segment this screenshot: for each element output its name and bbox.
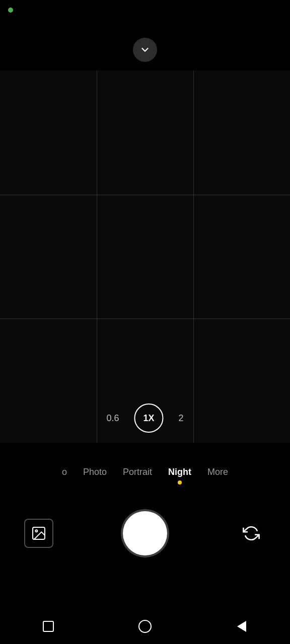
shutter-button[interactable]: [123, 511, 167, 555]
flip-camera-icon: [243, 525, 260, 542]
recents-icon: [43, 621, 54, 632]
gallery-icon: [31, 525, 47, 541]
zoom-0.6-button[interactable]: 0.6: [103, 410, 122, 427]
flip-camera-button[interactable]: [237, 519, 266, 548]
chevron-down-icon: [139, 44, 151, 55]
home-icon: [138, 620, 152, 633]
camera-viewfinder: 0.6 1X 2: [0, 70, 290, 443]
status-bar: [0, 0, 290, 20]
collapse-button[interactable]: [133, 38, 157, 62]
zoom-controls: 0.6 1X 2: [103, 404, 186, 433]
grid-line-horizontal-1: [0, 195, 290, 195]
mode-photo[interactable]: Photo: [83, 467, 107, 479]
recents-button[interactable]: [37, 615, 59, 637]
navigation-bar: [0, 609, 290, 644]
grid-line-vertical-1: [97, 70, 97, 443]
back-button[interactable]: [231, 615, 253, 637]
active-mode-indicator: [178, 480, 182, 485]
zoom-1x-button[interactable]: 1X: [134, 404, 164, 433]
mode-more[interactable]: More: [207, 467, 228, 479]
green-dot-indicator: [8, 8, 13, 13]
grid-line-horizontal-2: [0, 318, 290, 319]
mode-night[interactable]: Night: [168, 467, 191, 479]
grid-line-vertical-2: [193, 70, 194, 443]
camera-mode-bar: o Photo Portrait Night More: [0, 458, 290, 488]
back-icon: [237, 621, 246, 632]
svg-point-1: [35, 530, 37, 532]
gallery-button[interactable]: [24, 519, 53, 548]
mode-portrait[interactable]: Portrait: [123, 467, 152, 479]
zoom-2x-button[interactable]: 2: [176, 410, 187, 427]
home-button[interactable]: [134, 615, 156, 637]
camera-controls-row: [0, 501, 290, 566]
mode-video[interactable]: o: [62, 467, 67, 479]
